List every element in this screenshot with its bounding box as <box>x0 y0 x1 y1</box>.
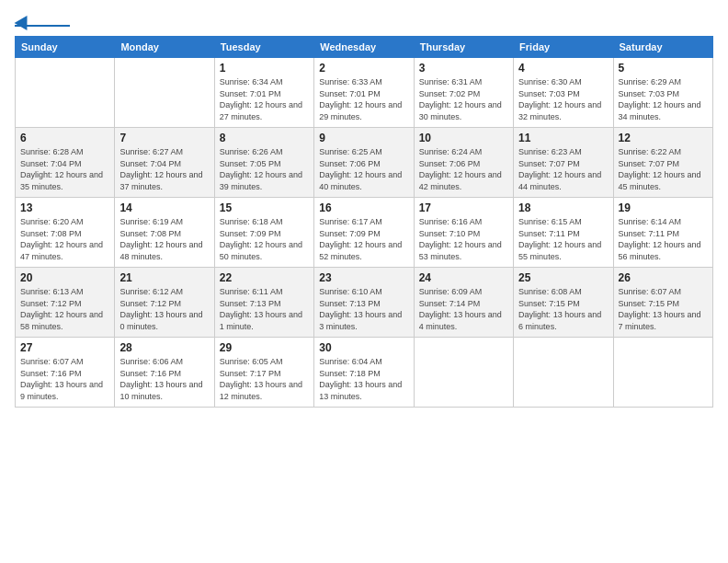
table-row: 22Sunrise: 6:11 AMSunset: 7:13 PMDayligh… <box>214 268 313 338</box>
day-header-sunday: Sunday <box>16 37 115 58</box>
day-number: 16 <box>319 201 408 214</box>
day-number: 5 <box>619 62 708 75</box>
day-number: 6 <box>20 132 109 144</box>
day-number: 17 <box>419 201 508 214</box>
table-row: 21Sunrise: 6:12 AMSunset: 7:12 PMDayligh… <box>115 268 214 338</box>
day-number: 1 <box>220 62 309 75</box>
calendar-week-row: 6Sunrise: 6:28 AMSunset: 7:04 PMDaylight… <box>16 128 713 198</box>
logo <box>15 15 70 27</box>
table-row: 5Sunrise: 6:29 AMSunset: 7:03 PMDaylight… <box>613 58 712 128</box>
day-number: 21 <box>119 271 209 284</box>
day-number: 10 <box>419 132 508 144</box>
table-row <box>115 58 214 128</box>
table-row: 19Sunrise: 6:14 AMSunset: 7:11 PMDayligh… <box>613 198 712 268</box>
day-info: Sunrise: 6:27 AMSunset: 7:04 PMDaylight:… <box>119 146 209 192</box>
table-row: 28Sunrise: 6:06 AMSunset: 7:16 PMDayligh… <box>115 338 214 408</box>
day-info: Sunrise: 6:07 AMSunset: 7:16 PMDaylight:… <box>20 356 109 402</box>
day-number: 3 <box>419 62 508 75</box>
day-number: 30 <box>319 341 408 354</box>
day-header-tuesday: Tuesday <box>214 37 313 58</box>
day-number: 13 <box>20 201 109 214</box>
day-info: Sunrise: 6:04 AMSunset: 7:18 PMDaylight:… <box>319 356 408 402</box>
table-row <box>613 338 712 408</box>
day-info: Sunrise: 6:10 AMSunset: 7:13 PMDaylight:… <box>319 286 408 332</box>
day-number: 20 <box>20 271 109 284</box>
day-number: 12 <box>619 132 708 144</box>
day-info: Sunrise: 6:34 AMSunset: 7:01 PMDaylight:… <box>220 76 309 122</box>
day-number: 14 <box>119 201 209 214</box>
table-row: 2Sunrise: 6:33 AMSunset: 7:01 PMDaylight… <box>314 58 414 128</box>
table-row <box>414 338 513 408</box>
day-info: Sunrise: 6:16 AMSunset: 7:10 PMDaylight:… <box>419 216 508 262</box>
day-info: Sunrise: 6:17 AMSunset: 7:09 PMDaylight:… <box>319 216 408 262</box>
day-info: Sunrise: 6:22 AMSunset: 7:07 PMDaylight:… <box>619 146 708 192</box>
table-row: 4Sunrise: 6:30 AMSunset: 7:03 PMDaylight… <box>514 58 613 128</box>
table-row: 3Sunrise: 6:31 AMSunset: 7:02 PMDaylight… <box>414 58 513 128</box>
table-row: 25Sunrise: 6:08 AMSunset: 7:15 PMDayligh… <box>514 268 613 338</box>
table-row: 30Sunrise: 6:04 AMSunset: 7:18 PMDayligh… <box>314 338 414 408</box>
day-info: Sunrise: 6:23 AMSunset: 7:07 PMDaylight:… <box>518 146 608 192</box>
table-row: 15Sunrise: 6:18 AMSunset: 7:09 PMDayligh… <box>214 198 313 268</box>
day-header-thursday: Thursday <box>414 37 513 58</box>
day-info: Sunrise: 6:24 AMSunset: 7:06 PMDaylight:… <box>419 146 508 192</box>
day-info: Sunrise: 6:18 AMSunset: 7:09 PMDaylight:… <box>220 216 309 262</box>
day-info: Sunrise: 6:14 AMSunset: 7:11 PMDaylight:… <box>619 216 708 262</box>
day-info: Sunrise: 6:15 AMSunset: 7:11 PMDaylight:… <box>518 216 608 262</box>
day-number: 24 <box>419 271 508 284</box>
calendar-week-row: 1Sunrise: 6:34 AMSunset: 7:01 PMDaylight… <box>16 58 713 128</box>
header <box>15 15 713 27</box>
day-info: Sunrise: 6:20 AMSunset: 7:08 PMDaylight:… <box>20 216 109 262</box>
table-row: 29Sunrise: 6:05 AMSunset: 7:17 PMDayligh… <box>214 338 313 408</box>
calendar-week-row: 13Sunrise: 6:20 AMSunset: 7:08 PMDayligh… <box>16 198 713 268</box>
day-header-wednesday: Wednesday <box>314 37 414 58</box>
day-header-friday: Friday <box>514 37 613 58</box>
day-info: Sunrise: 6:06 AMSunset: 7:16 PMDaylight:… <box>119 356 209 402</box>
day-number: 15 <box>220 201 309 214</box>
table-row: 14Sunrise: 6:19 AMSunset: 7:08 PMDayligh… <box>115 198 214 268</box>
table-row <box>514 338 613 408</box>
day-number: 28 <box>119 341 209 354</box>
table-row: 24Sunrise: 6:09 AMSunset: 7:14 PMDayligh… <box>414 268 513 338</box>
table-row: 8Sunrise: 6:26 AMSunset: 7:05 PMDaylight… <box>214 128 313 198</box>
table-row: 12Sunrise: 6:22 AMSunset: 7:07 PMDayligh… <box>613 128 712 198</box>
table-row: 7Sunrise: 6:27 AMSunset: 7:04 PMDaylight… <box>115 128 214 198</box>
calendar-week-row: 20Sunrise: 6:13 AMSunset: 7:12 PMDayligh… <box>16 268 713 338</box>
day-info: Sunrise: 6:11 AMSunset: 7:13 PMDaylight:… <box>220 286 309 332</box>
calendar-header-row: SundayMondayTuesdayWednesdayThursdayFrid… <box>16 37 713 58</box>
day-number: 2 <box>319 62 408 75</box>
table-row: 23Sunrise: 6:10 AMSunset: 7:13 PMDayligh… <box>314 268 414 338</box>
table-row: 10Sunrise: 6:24 AMSunset: 7:06 PMDayligh… <box>414 128 513 198</box>
table-row <box>16 58 115 128</box>
day-number: 27 <box>20 341 109 354</box>
day-number: 9 <box>319 132 408 144</box>
day-info: Sunrise: 6:33 AMSunset: 7:01 PMDaylight:… <box>319 76 408 122</box>
day-number: 19 <box>619 201 708 214</box>
day-header-monday: Monday <box>115 37 214 58</box>
table-row: 16Sunrise: 6:17 AMSunset: 7:09 PMDayligh… <box>314 198 414 268</box>
table-row: 1Sunrise: 6:34 AMSunset: 7:01 PMDaylight… <box>214 58 313 128</box>
day-number: 22 <box>220 271 309 284</box>
day-number: 7 <box>119 132 209 144</box>
day-info: Sunrise: 6:19 AMSunset: 7:08 PMDaylight:… <box>119 216 209 262</box>
day-info: Sunrise: 6:25 AMSunset: 7:06 PMDaylight:… <box>319 146 408 192</box>
day-header-saturday: Saturday <box>613 37 712 58</box>
day-info: Sunrise: 6:29 AMSunset: 7:03 PMDaylight:… <box>619 76 708 122</box>
calendar-week-row: 27Sunrise: 6:07 AMSunset: 7:16 PMDayligh… <box>16 338 713 408</box>
day-info: Sunrise: 6:31 AMSunset: 7:02 PMDaylight:… <box>419 76 508 122</box>
day-info: Sunrise: 6:28 AMSunset: 7:04 PMDaylight:… <box>20 146 109 192</box>
day-number: 11 <box>518 132 608 144</box>
table-row: 13Sunrise: 6:20 AMSunset: 7:08 PMDayligh… <box>16 198 115 268</box>
table-row: 26Sunrise: 6:07 AMSunset: 7:15 PMDayligh… <box>613 268 712 338</box>
day-info: Sunrise: 6:08 AMSunset: 7:15 PMDaylight:… <box>518 286 608 332</box>
day-info: Sunrise: 6:12 AMSunset: 7:12 PMDaylight:… <box>119 286 209 332</box>
day-info: Sunrise: 6:13 AMSunset: 7:12 PMDaylight:… <box>20 286 109 332</box>
day-info: Sunrise: 6:09 AMSunset: 7:14 PMDaylight:… <box>419 286 508 332</box>
day-number: 8 <box>220 132 309 144</box>
day-number: 18 <box>518 201 608 214</box>
day-number: 4 <box>518 62 608 75</box>
day-number: 25 <box>518 271 608 284</box>
table-row: 20Sunrise: 6:13 AMSunset: 7:12 PMDayligh… <box>16 268 115 338</box>
day-number: 23 <box>319 271 408 284</box>
day-info: Sunrise: 6:26 AMSunset: 7:05 PMDaylight:… <box>220 146 309 192</box>
calendar-table: SundayMondayTuesdayWednesdayThursdayFrid… <box>15 36 713 408</box>
